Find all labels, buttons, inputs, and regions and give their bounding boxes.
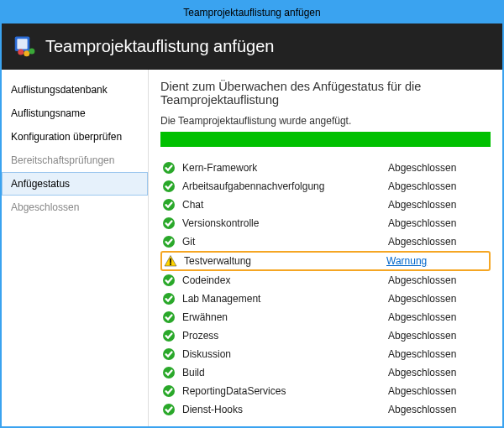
status-row-name: Erwähnen [182, 311, 388, 323]
status-row: ReportingDataServicesAbgeschlossen [160, 382, 491, 400]
success-icon [162, 311, 176, 324]
status-row-name: Versionskontrolle [182, 217, 388, 229]
status-row: ArbeitsaufgabennachverfolgungAbgeschloss… [160, 177, 491, 196]
status-row-status: Abgeschlossen [388, 404, 489, 415]
wizard-step[interactable]: Bereitschaftsprüfungen [2, 149, 148, 172]
status-row: GitAbgeschlossen [160, 232, 491, 251]
status-row: DiskussionAbgeschlossen [160, 345, 491, 363]
status-row: Kern-FrameworkAbgeschlossen [160, 159, 491, 177]
status-row-name: Chat [182, 199, 388, 211]
success-icon [162, 366, 176, 379]
progress-bar [160, 132, 491, 147]
status-row-name: Kern-Framework [182, 162, 388, 174]
success-icon [162, 217, 176, 230]
status-row-status: Abgeschlossen [388, 385, 489, 397]
titlebar[interactable]: Teamprojektauflistung anfügen [2, 2, 502, 23]
status-row: BuildAbgeschlossen [160, 363, 491, 382]
status-row-status: Abgeschlossen [388, 330, 489, 342]
success-icon [162, 329, 176, 342]
status-row: Lab ManagementAbgeschlossen [160, 290, 491, 308]
status-message: Die Teamprojektauflistung wurde angefügt… [160, 115, 491, 127]
success-icon [162, 347, 176, 361]
status-row-status: Abgeschlossen [388, 180, 489, 192]
status-row: CodeindexAbgeschlossen [160, 271, 491, 290]
status-list: Kern-FrameworkAbgeschlossenArbeitsaufgab… [160, 159, 491, 426]
wizard-step[interactable]: Auflistungsname [2, 102, 148, 125]
success-icon [162, 384, 176, 398]
wizard-step[interactable]: Auflistungsdatenbank [2, 78, 148, 102]
status-row: ErwähnenAbgeschlossen [160, 308, 491, 326]
success-icon [162, 180, 176, 193]
status-row-name: Arbeitsaufgabennachverfolgung [182, 180, 388, 192]
wizard-steps-sidebar: AuflistungsdatenbankAuflistungsnameKonfi… [2, 70, 149, 426]
dialog-header-title: Teamprojektauflistung anfügen [45, 37, 274, 56]
success-icon [162, 292, 176, 305]
page-title: Dient zum Überwachen des Anfügestatus fü… [160, 80, 491, 107]
success-icon [162, 198, 176, 211]
status-row-status: Abgeschlossen [388, 348, 489, 360]
dialog-window: Teamprojektauflistung anfügen Teamprojek… [0, 0, 504, 428]
status-row-name: Prozess [182, 330, 388, 342]
status-row-name: Codeindex [182, 274, 388, 286]
status-row-name: ReportingDataServices [182, 385, 388, 397]
status-row: ChatAbgeschlossen [160, 196, 491, 214]
status-row-name: Git [182, 236, 388, 248]
main-panel: Dient zum Überwachen des Anfügestatus fü… [149, 70, 502, 426]
wizard-step[interactable]: Abgeschlossen [2, 196, 148, 219]
warning-icon [164, 254, 177, 268]
status-row-status: Abgeschlossen [388, 311, 489, 323]
svg-point-2 [18, 49, 24, 55]
status-row-status: Abgeschlossen [388, 236, 489, 248]
status-row-status: Abgeschlossen [388, 162, 489, 174]
success-icon [162, 235, 176, 248]
success-icon [162, 403, 176, 416]
svg-point-3 [24, 50, 29, 56]
status-row: VersionskontrolleAbgeschlossen [160, 214, 491, 232]
status-row: ProzessAbgeschlossen [160, 326, 491, 345]
svg-point-4 [29, 49, 34, 55]
status-row-status: Abgeschlossen [388, 217, 489, 229]
status-row-name: Lab Management [182, 293, 388, 305]
svg-point-12 [170, 264, 171, 265]
success-icon [162, 161, 176, 175]
status-row-name: Dienst-Hooks [182, 404, 388, 415]
svg-rect-1 [17, 39, 27, 49]
status-row-status: Abgeschlossen [388, 367, 489, 378]
dialog-header: Teamprojektauflistung anfügen [2, 23, 502, 70]
titlebar-text: Teamprojektauflistung anfügen [183, 7, 320, 18]
status-warning-link[interactable]: Warnung [386, 255, 487, 267]
status-row: Dienst-HooksAbgeschlossen [160, 400, 491, 419]
app-icon [13, 34, 37, 60]
status-row-name: Diskussion [182, 348, 388, 360]
status-row-status: Abgeschlossen [388, 293, 489, 305]
status-row-status: Abgeschlossen [388, 274, 489, 286]
status-row-name: Build [182, 367, 388, 378]
success-icon [162, 274, 176, 287]
wizard-step[interactable]: Anfügestatus [2, 172, 148, 196]
status-row: TestverwaltungWarnung [160, 251, 491, 271]
status-row-status: Abgeschlossen [388, 199, 489, 211]
wizard-step[interactable]: Konfiguration überprüfen [2, 125, 148, 149]
status-row-name: Testverwaltung [184, 255, 386, 267]
